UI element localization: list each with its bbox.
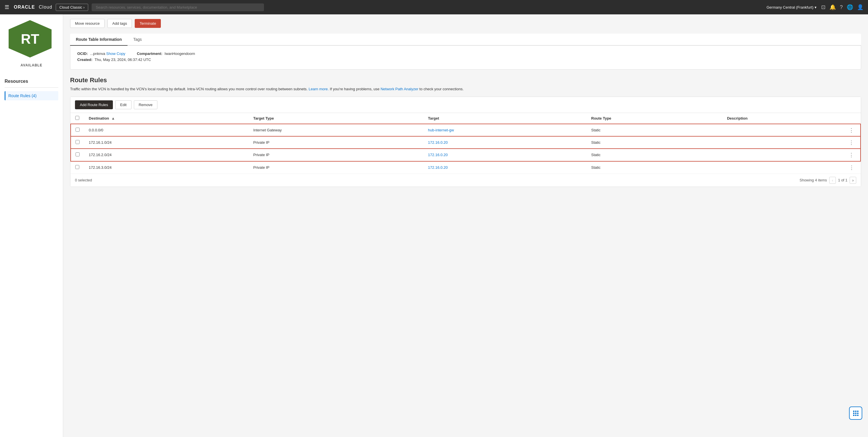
search-input[interactable] (92, 3, 264, 11)
row-select-checkbox[interactable] (75, 165, 79, 169)
table-row: 172.16.3.0/24 Private IP 172.16.0.20 Sta… (71, 161, 861, 174)
tab-route-table-information[interactable]: Route Table Information (70, 34, 127, 46)
ocid-copy-link[interactable]: Copy (117, 52, 125, 56)
row-target: 172.16.0.20 (423, 136, 587, 149)
target-type-header: Target Type (249, 113, 423, 124)
row-route-type: Static (587, 161, 722, 174)
row-select-checkbox[interactable] (75, 128, 80, 132)
compartment-label: Compartment: (137, 52, 162, 56)
row-target-type: Private IP (249, 161, 423, 174)
table-actions: Add Route Rules Edit Remove (70, 97, 861, 113)
row-destination: 172.16.2.0/24 (84, 149, 249, 161)
problems-text: If you're having problems, use (330, 87, 379, 91)
row-target-link[interactable]: 172.16.0.20 (428, 153, 448, 157)
table-row: 0.0.0.0/0 Internet Gateway hub-internet-… (71, 124, 861, 137)
prev-page-button[interactable]: ‹ (829, 177, 836, 184)
row-target: hub-internet-gw (423, 124, 587, 137)
main-content: Move resource Add tags Terminate Route T… (63, 14, 868, 437)
compartment-field: Compartment: IwanHoogendoorn (137, 52, 195, 56)
hexagon-wrapper: RT (9, 20, 55, 60)
help-dots-icon (853, 411, 859, 416)
edit-button[interactable]: Edit (115, 100, 131, 109)
ocid-field: OCID: ...pnknva Show Copy (77, 52, 125, 56)
remove-button[interactable]: Remove (134, 100, 157, 109)
row-target: 172.16.0.20 (423, 149, 587, 161)
route-rules-table: Destination ▲ Target Type Target Route T… (70, 113, 861, 174)
table-row: 172.16.2.0/24 Private IP 172.16.0.20 Sta… (71, 149, 861, 161)
row-select-checkbox[interactable] (75, 152, 80, 156)
table-header: Destination ▲ Target Type Target Route T… (71, 113, 861, 124)
row-destination: 172.16.3.0/24 (84, 161, 249, 174)
region-dropdown-icon: ▾ (814, 5, 816, 9)
row-checkbox-cell (71, 124, 84, 137)
row-route-type: Static (587, 124, 722, 137)
table-footer: 0 selected Showing 4 items ‹ 1 of 1 › (70, 174, 861, 186)
row-checkbox-cell (71, 136, 84, 149)
oracle-logo: ORACLE Cloud (14, 5, 52, 10)
row-menu-button[interactable]: ⋮ (847, 152, 856, 158)
row-description: ⋮ (722, 149, 861, 161)
row-menu-button[interactable]: ⋮ (847, 165, 856, 171)
oracle-text: ORACLE (14, 5, 35, 10)
row-destination: 172.16.1.0/24 (84, 136, 249, 149)
row-target-type: Private IP (249, 136, 423, 149)
tab-tags[interactable]: Tags (127, 34, 148, 46)
region-label: Germany Central (Frankfurt) (767, 5, 813, 9)
resource-icon-container: RT AVAILABLE (5, 20, 58, 67)
table-row: 172.16.1.0/24 Private IP 172.16.0.20 Sta… (71, 136, 861, 149)
destination-sort-icon[interactable]: ▲ (111, 116, 115, 120)
created-field: Created: Thu, May 23, 2024, 06:37:42 UTC (77, 58, 151, 62)
resource-hexagon: RT (9, 20, 52, 58)
user-icon[interactable]: 👤 (857, 4, 863, 10)
pagination: Showing 4 items ‹ 1 of 1 › (800, 177, 856, 184)
row-target-link[interactable]: 172.16.0.20 (428, 140, 448, 145)
compartment-value: IwanHoogendoorn (164, 52, 195, 56)
problems-suffix: to check your connections. (420, 87, 464, 91)
left-panel: RT AVAILABLE Resources Route Rules (4) (0, 14, 63, 437)
select-all-checkbox[interactable] (75, 116, 79, 120)
nav-icons-group: ⊡ 🔔 ? 🌐 👤 (821, 4, 863, 10)
move-resource-button[interactable]: Move resource (70, 19, 104, 28)
row-description: ⋮ (722, 124, 861, 137)
showing-label: Showing 4 items (800, 178, 827, 182)
row-menu-button[interactable]: ⋮ (847, 140, 856, 146)
nav-right-area: Germany Central (Frankfurt) ▾ ⊡ 🔔 ? 🌐 👤 (767, 4, 863, 10)
region-selector[interactable]: Germany Central (Frankfurt) ▾ (767, 5, 816, 9)
ocid-label: OCID: (77, 52, 88, 56)
row-target-link[interactable]: hub-internet-gw (428, 128, 454, 132)
row-select-checkbox[interactable] (75, 140, 80, 144)
info-card: OCID: ...pnknva Show Copy Compartment: I… (70, 46, 861, 69)
add-tags-button[interactable]: Add tags (107, 19, 132, 28)
page-wrapper: RT AVAILABLE Resources Route Rules (4) M… (0, 14, 868, 437)
tab-bar: Route Table Information Tags (70, 34, 861, 46)
table-body: 0.0.0.0/0 Internet Gateway hub-internet-… (71, 124, 861, 174)
row-menu-button[interactable]: ⋮ (847, 127, 856, 134)
help-icon[interactable]: ? (840, 4, 843, 10)
sidebar-item-route-rules[interactable]: Route Rules (4) (5, 91, 58, 100)
created-value: Thu, May 23, 2024, 06:37:42 UTC (94, 58, 151, 62)
row-target-type: Internet Gateway (249, 124, 423, 137)
help-widget[interactable] (849, 407, 862, 420)
tab-section: Route Table Information Tags OCID: ...pn… (70, 34, 861, 69)
learn-more-link[interactable]: Learn more. (309, 87, 329, 91)
network-path-analyzer-link[interactable]: Network Path Analyzer (380, 87, 418, 91)
sidebar-section-title: Resources (5, 76, 58, 84)
ocid-show-link[interactable]: Show (106, 52, 116, 56)
select-all-header (71, 113, 84, 124)
add-route-rules-button[interactable]: Add Route Rules (75, 100, 113, 109)
row-route-type: Static (587, 149, 722, 161)
globe-icon[interactable]: 🌐 (847, 4, 853, 10)
cloud-classic-button[interactable]: Cloud Classic › (56, 4, 88, 11)
row-target-link[interactable]: 172.16.0.20 (428, 165, 448, 170)
target-header: Target (423, 113, 587, 124)
hamburger-menu-icon[interactable]: ☰ (5, 4, 9, 10)
resource-status-badge: AVAILABLE (21, 63, 42, 67)
bell-icon[interactable]: 🔔 (830, 4, 836, 10)
info-row-created: Created: Thu, May 23, 2024, 06:37:42 UTC (77, 58, 854, 62)
screen-icon[interactable]: ⊡ (821, 4, 826, 10)
route-rules-table-container: Add Route Rules Edit Remove Destination … (70, 96, 861, 187)
next-page-button[interactable]: › (849, 177, 856, 184)
top-navigation: ☰ ORACLE Cloud Cloud Classic › Germany C… (0, 0, 868, 14)
description-header: Description (722, 113, 861, 124)
terminate-button[interactable]: Terminate (135, 19, 161, 28)
